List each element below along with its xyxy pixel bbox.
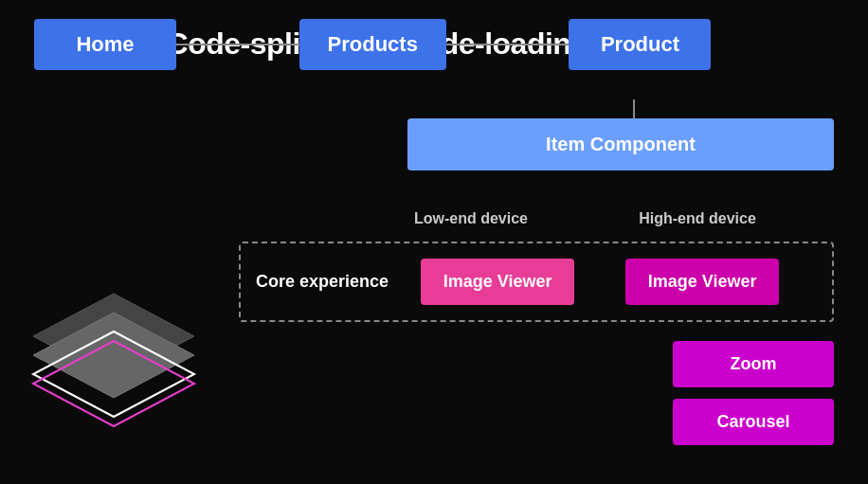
core-experience-box: Core experience Image Viewer Image Viewe… xyxy=(239,242,834,322)
layers-icon xyxy=(19,275,208,445)
core-label: Core experience xyxy=(256,272,389,292)
zoom-button: Zoom xyxy=(673,341,834,387)
connector-1 xyxy=(176,44,299,45)
core-box-inner: Core experience Image Viewer Image Viewe… xyxy=(256,259,817,305)
device-label-row: Low-end device High-end device xyxy=(239,210,834,227)
label-spacer xyxy=(239,210,381,227)
route-row: Home Products Product xyxy=(34,19,834,70)
carousel-button: Carousel xyxy=(673,399,834,445)
slot-high: Image Viewer xyxy=(588,259,817,305)
item-component-node: Item Component xyxy=(407,118,834,170)
image-viewer-low: Image Viewer xyxy=(421,259,575,305)
low-device-label: Low-end device xyxy=(381,210,561,227)
core-slots: Image Viewer Image Viewer xyxy=(407,259,817,305)
slot-low: Image Viewer xyxy=(407,259,588,305)
image-viewer-high: Image Viewer xyxy=(625,259,780,305)
connector-2 xyxy=(446,44,570,45)
high-device-label: High-end device xyxy=(561,210,834,227)
home-node: Home xyxy=(34,19,176,70)
products-node: Products xyxy=(299,19,446,70)
item-component-wrapper: Item Component xyxy=(407,118,834,170)
highend-extras: Zoom Carousel xyxy=(673,341,834,445)
product-node: Product xyxy=(569,19,711,70)
